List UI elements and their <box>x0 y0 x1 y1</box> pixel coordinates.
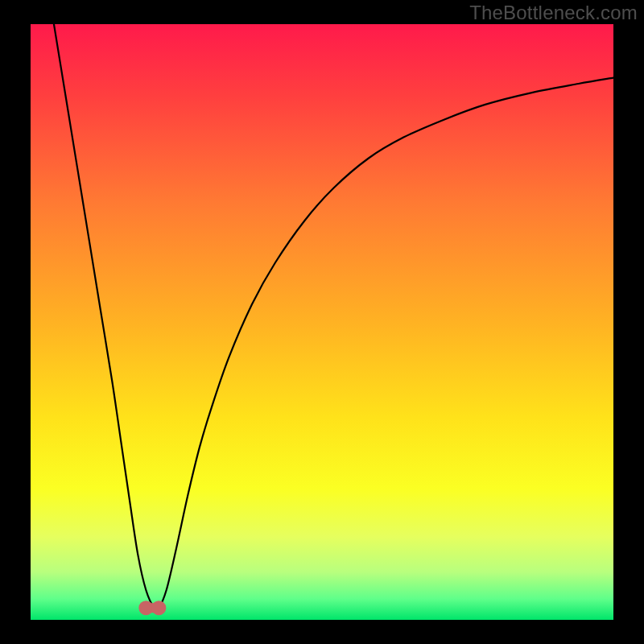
chart-frame: TheBottleneck.com <box>0 0 644 644</box>
watermark-label: TheBottleneck.com <box>469 2 638 24</box>
plot-area <box>31 24 613 620</box>
gradient-background <box>31 24 613 620</box>
svg-point-1 <box>138 601 153 615</box>
svg-point-2 <box>151 601 166 615</box>
chart-svg <box>31 24 613 620</box>
